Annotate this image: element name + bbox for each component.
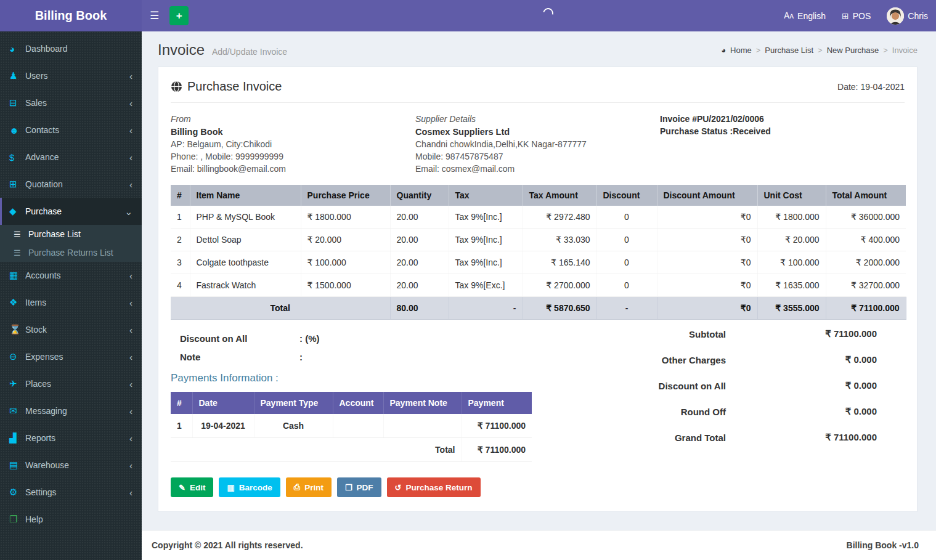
adjustments: Discount on All : (%) Note :	[180, 333, 560, 362]
col-date: Date	[192, 392, 254, 414]
chevron-left-icon: ‹	[129, 352, 132, 362]
user-menu[interactable]: Chris	[879, 0, 936, 31]
note-label: Note	[180, 352, 299, 362]
invoice-section-title: Purchase Invoice	[171, 79, 282, 94]
undo-icon: ↺	[395, 483, 402, 492]
breadcrumb-home[interactable]: Home	[730, 46, 752, 55]
dollar-icon: $	[9, 152, 25, 163]
sidebar-item-purchase[interactable]: ◆ Purchase ⌄	[0, 198, 142, 225]
divider	[171, 102, 905, 103]
discount-on-all-label: Discount on All	[180, 333, 299, 344]
sidebar-item-reports[interactable]: ▟ Reports ‹	[0, 424, 142, 452]
col-payment-type: Payment Type	[254, 392, 333, 414]
language-icon: 🗛	[784, 10, 794, 21]
sidebar-item-purchase-list[interactable]: ☰ Purchase List	[0, 225, 142, 243]
sidebar-item-expenses[interactable]: ⊖ Expenses ‹	[0, 343, 142, 370]
chevron-left-icon: ‹	[129, 461, 132, 470]
avatar	[887, 7, 904, 25]
edit-button[interactable]: ✎ Edit	[171, 477, 213, 497]
from-block: From Billing Book AP: Belgaum, City:Chik…	[171, 113, 415, 175]
sidebar-item-help[interactable]: ❐ Help	[0, 506, 142, 533]
version-text: Billing Book -v1.0	[847, 540, 919, 550]
user-name: Chris	[908, 11, 928, 21]
sidebar-item-label: Accounts	[25, 270, 61, 280]
sidebar-item-sales[interactable]: ⊟ Sales ‹	[0, 89, 142, 116]
payment-row: 1 19-04-2021 Cash ₹ 71100.000	[171, 414, 532, 438]
navbar: ☰ + 🗛 English ⊞ POS	[142, 0, 936, 31]
sidebar-item-items[interactable]: ❖ Items ‹	[0, 289, 142, 316]
supplier-mobile: Mobile: 987457875487	[415, 150, 660, 163]
sidebar-item-settings[interactable]: ⚙ Settings ‹	[0, 479, 142, 506]
chevron-left-icon: ‹	[129, 99, 132, 108]
purchase-submenu: ☰ Purchase List ☰ Purchase Returns List	[0, 225, 142, 262]
col-payment-note: Payment Note	[383, 392, 462, 414]
supplier-heading: Supplier Details	[415, 113, 660, 125]
table-row: 1 PHP & MySQL Book ₹ 1800.000 20.00 Tax …	[171, 206, 906, 229]
table-row: 2 Dettol Soap ₹ 20.000 20.00 Tax 9%[Inc.…	[171, 229, 906, 251]
supplier-email: Email: cosmex@mail.com	[415, 163, 660, 175]
sidebar-item-accounts[interactable]: ▦ Accounts ‹	[0, 262, 142, 289]
sidebar-item-stock[interactable]: ⌛ Stock ‹	[0, 316, 142, 343]
invoice-number: Invoice #PU/2021/02/0006	[660, 113, 905, 125]
table-row: 3 Colgate toothpaste ₹ 100.000 20.00 Tax…	[171, 251, 906, 274]
quick-add-button[interactable]: +	[169, 6, 189, 25]
barcode-button[interactable]: ▥ Barcode	[219, 477, 280, 497]
chevron-left-icon: ‹	[129, 298, 132, 307]
chevron-left-icon: ‹	[129, 126, 132, 135]
sidebar-item-label: Quotation	[25, 179, 63, 189]
sidebar-item-contacts[interactable]: ☻ Contacts ‹	[0, 116, 142, 144]
breadcrumb: ◕ Home > Purchase List > New Purchase > …	[721, 46, 918, 55]
pos-label: POS	[853, 11, 871, 21]
col-purchase-price: Purchase Price	[301, 185, 390, 206]
payments-total-row: Total ₹ 71100.000	[171, 438, 532, 462]
supplier-name: Cosmex Suppliers Ltd	[415, 126, 660, 138]
footer: Copyright © 2021 All rights reserved. Bi…	[142, 530, 936, 560]
action-buttons: ✎ Edit ▥ Barcode ⎙ Print ❒ PDF	[171, 477, 560, 497]
purchase-return-button[interactable]: ↺ Purchase Return	[387, 477, 481, 497]
items-total-row: Total 80.00 - ₹ 5870.650 - ₹0 ₹ 3555.000…	[171, 297, 906, 320]
sidebar-item-advance[interactable]: $ Advance ‹	[0, 144, 142, 171]
col-account: Account	[333, 392, 383, 414]
sidebar-item-places[interactable]: ✈ Places ‹	[0, 370, 142, 397]
items-header-row: # Item Name Purchase Price Quantity Tax …	[171, 185, 906, 206]
sidebar-item-label: Help	[25, 514, 43, 524]
col-total-amount: Total Amount	[826, 185, 906, 206]
col-discount-amount: Discount Amount	[657, 185, 757, 206]
sidebar-item-dashboard[interactable]: ◕ Dashboard	[0, 35, 142, 62]
sidebar-item-messaging[interactable]: ✉ Messaging ‹	[0, 397, 142, 424]
invoice-parties: From Billing Book AP: Belgaum, City:Chik…	[171, 113, 905, 175]
language-menu[interactable]: 🗛 English	[776, 0, 834, 31]
from-heading: From	[171, 113, 415, 125]
subtotal-label: Subtotal	[689, 329, 726, 339]
sidebar-item-label: Warehouse	[25, 460, 69, 470]
pos-button[interactable]: ⊞ POS	[834, 0, 879, 31]
sidebar-item-label: Expenses	[25, 352, 63, 362]
user-plus-icon: ♟	[9, 70, 25, 81]
breadcrumb-new-purchase[interactable]: New Purchase	[827, 46, 879, 55]
invoice-card: Purchase Invoice Date: 19-04-2021 From B…	[158, 67, 918, 512]
sidebar-item-purchase-returns-list[interactable]: ☰ Purchase Returns List	[0, 243, 142, 262]
print-button[interactable]: ⎙ Print	[286, 477, 332, 497]
cubes-icon: ❖	[9, 297, 25, 308]
sidebar-item-label: Dashboard	[25, 44, 68, 54]
discount-on-all-summary-label: Discount on All	[659, 381, 726, 391]
pdf-button[interactable]: ❒ PDF	[337, 477, 381, 497]
grand-total-label: Grand Total	[675, 432, 726, 443]
app-logo[interactable]: Billing Book	[0, 0, 142, 31]
home-icon: ◕	[721, 46, 726, 55]
totals-summary: Subtotal ₹ 71100.000 Other Charges ₹ 0.0…	[582, 320, 905, 458]
sidebar-toggle-button[interactable]: ☰	[142, 0, 167, 31]
sidebar-item-warehouse[interactable]: ▤ Warehouse ‹	[0, 452, 142, 479]
col-unit-cost: Unit Cost	[757, 185, 826, 206]
chevron-left-icon: ‹	[129, 434, 132, 443]
gears-icon: ⚙	[9, 487, 25, 498]
breadcrumb-purchase-list[interactable]: Purchase List	[765, 46, 813, 55]
chevron-left-icon: ‹	[129, 407, 132, 416]
paper-plane-icon: ✈	[9, 378, 25, 389]
sidebar-item-users[interactable]: ♟ Users ‹	[0, 62, 142, 89]
chevron-left-icon: ‹	[129, 379, 132, 389]
chevron-left-icon: ‹	[129, 488, 132, 497]
breadcrumb-separator: >	[818, 46, 823, 55]
pdf-file-icon: ❒	[345, 483, 352, 492]
sidebar-item-quotation[interactable]: ⊞ Quotation ‹	[0, 171, 142, 198]
